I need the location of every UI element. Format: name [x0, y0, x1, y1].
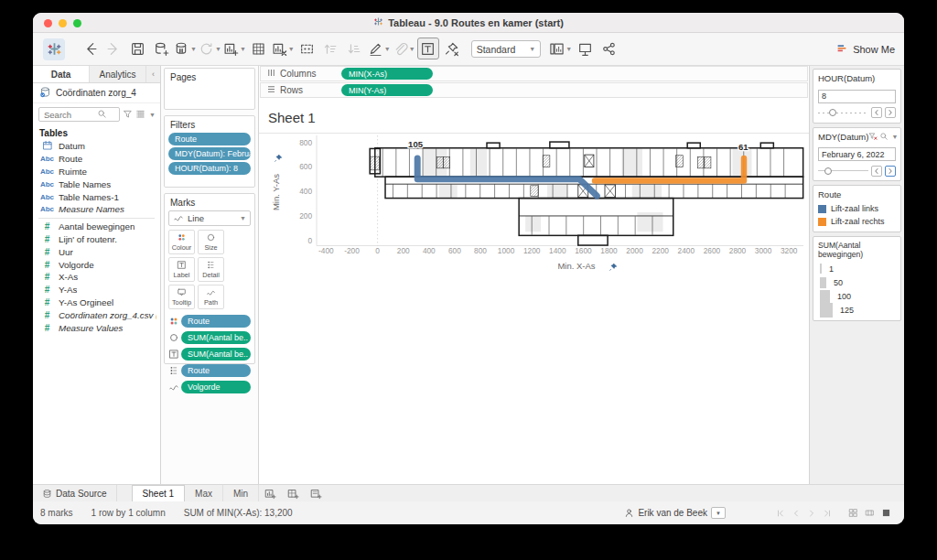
highlight-button[interactable]: ▼ [368, 38, 391, 59]
tableau-logo-button[interactable] [43, 38, 65, 60]
new-worksheet-button[interactable]: ▼ [223, 38, 246, 59]
redo-button[interactable] [102, 38, 124, 59]
zoom-window-button[interactable] [73, 19, 81, 27]
hour-slider[interactable] [818, 107, 868, 119]
sheet-tab-max[interactable]: Max [185, 485, 223, 501]
last-sheet-button[interactable] [823, 509, 832, 518]
data-source-tab[interactable]: Data Source [33, 485, 117, 501]
field-item[interactable]: AbcRoute [33, 153, 160, 166]
show-me-button[interactable]: Show Me [835, 42, 895, 57]
hour-prev-button[interactable] [871, 107, 882, 118]
tab-analytics[interactable]: Analytics [90, 66, 146, 82]
mark-pill[interactable]: Route [181, 315, 251, 328]
view-options-button[interactable] [135, 109, 145, 121]
size-legend-item[interactable]: 50 [818, 275, 896, 289]
pause-updates-button[interactable]: ▼ [174, 38, 197, 59]
size-legend-item[interactable]: 125 [818, 303, 896, 317]
field-item[interactable]: #Coördinaten zorg_4.csv (... [33, 308, 160, 321]
fix-axes-button[interactable] [441, 38, 463, 59]
mark-pill[interactable]: SUM(Aantal be.. [181, 348, 251, 361]
mark-pill[interactable]: Volgorde [181, 381, 251, 393]
fit-selector-button[interactable]: ▼ [549, 38, 572, 59]
new-story-tab-button[interactable] [305, 485, 328, 501]
collapse-pane-button[interactable]: ‹ [146, 66, 160, 82]
field-item[interactable]: #Aantal bewegingen [33, 221, 160, 233]
legend-item[interactable]: Lift-zaal links [818, 202, 896, 215]
filter-pill[interactable]: Route [168, 133, 251, 145]
field-item[interactable]: #Y-As Orgineel [33, 296, 160, 309]
clear-filter-icon[interactable] [868, 132, 878, 141]
chevron-down-icon[interactable]: ▼ [891, 134, 898, 140]
search-field[interactable] [44, 110, 97, 120]
field-item[interactable]: #Uur [33, 245, 160, 258]
search-input[interactable] [38, 107, 120, 122]
sheet-tab-min[interactable]: Min [223, 485, 259, 501]
legend-item[interactable]: Lift-zaal rechts [818, 215, 896, 228]
size-legend-item[interactable]: 1 [818, 262, 896, 275]
field-item[interactable]: #Volgorde [33, 258, 160, 271]
datasource-item[interactable]: Coördinaten zorg_4 [33, 83, 160, 103]
sheet-tab-sheet-1[interactable]: Sheet 1 [132, 485, 185, 501]
share-button[interactable] [598, 38, 619, 59]
previous-sheet-button[interactable] [792, 509, 801, 518]
hour-slider-handle[interactable] [829, 109, 836, 116]
group-members-button[interactable] [296, 38, 318, 59]
show-filmstrip-button[interactable] [865, 508, 875, 518]
columns-pill[interactable]: MIN(X-As) [341, 68, 433, 80]
field-item[interactable]: #Y-As [33, 284, 160, 296]
next-sheet-button[interactable] [807, 509, 816, 518]
floorplan-chart[interactable]: -400-20002004006008001000120014001600180… [259, 134, 809, 285]
show-sheet-button[interactable] [881, 508, 891, 518]
detail-mark-button[interactable]: Detail [198, 257, 224, 282]
format-button[interactable]: ▼ [393, 38, 415, 59]
filter-fields-button[interactable] [123, 109, 133, 121]
colour-mark-button[interactable]: Colour [168, 230, 195, 254]
filter-pill[interactable]: HOUR(Datum): 8 [168, 162, 251, 175]
field-item[interactable]: AbcTable Names-1 [33, 190, 160, 203]
run-updates-button[interactable]: ▼ [199, 38, 221, 59]
mark-pill[interactable]: SUM(Aantal be.. [181, 331, 251, 344]
clear-sheet-button[interactable]: ▼ [272, 38, 295, 59]
field-item[interactable]: #X-As [33, 271, 160, 284]
close-window-button[interactable] [44, 19, 52, 27]
tab-data[interactable]: Data [33, 66, 90, 82]
mark-pill[interactable]: Route [181, 364, 251, 377]
pin-icon[interactable] [609, 264, 617, 271]
date-slider[interactable] [818, 165, 868, 177]
search-icon[interactable] [879, 132, 889, 141]
show-tabs-button[interactable] [848, 508, 858, 518]
field-item[interactable]: AbcMeasure Names [33, 203, 160, 216]
new-worksheet-tab-button[interactable] [259, 485, 282, 501]
date-prev-button[interactable] [871, 166, 882, 177]
field-item[interactable]: AbcRuimte [33, 166, 160, 178]
undo-button[interactable] [79, 38, 101, 59]
first-sheet-button[interactable] [776, 509, 785, 518]
minimize-window-button[interactable] [59, 19, 67, 27]
user-menu[interactable]: Erik van de Beek ▼ [624, 507, 726, 519]
size-mark-button[interactable]: Size [198, 230, 224, 254]
show-mark-labels-button[interactable] [417, 38, 439, 59]
path-mark-button[interactable]: Path [198, 285, 224, 309]
new-dashboard-tab-button[interactable] [282, 485, 305, 501]
date-slider-handle[interactable] [824, 167, 832, 175]
tooltip-mark-button[interactable]: Tooltip [168, 285, 195, 309]
hour-value-input[interactable] [818, 90, 896, 103]
presentation-mode-button[interactable] [574, 38, 596, 59]
rows-pill[interactable]: MIN(Y-As) [341, 84, 433, 96]
hour-next-button[interactable] [885, 107, 896, 118]
sort-descending-button[interactable] [344, 38, 366, 59]
label-mark-button[interactable]: Label [168, 257, 195, 282]
date-value-input[interactable] [818, 147, 896, 161]
rows-shelf[interactable]: Rows MIN(Y-As) [260, 82, 808, 98]
date-next-button[interactable] [885, 166, 896, 177]
sort-ascending-button[interactable] [320, 38, 342, 59]
mark-type-select[interactable]: Line ▼ [168, 210, 251, 226]
field-item[interactable]: #Lijn' of routenr. [33, 233, 160, 246]
size-legend-item[interactable]: 100 [818, 289, 896, 303]
field-item[interactable]: Datum [33, 140, 160, 153]
fit-mode-select[interactable]: Standard ▼ [471, 40, 542, 58]
user-dropdown-button[interactable]: ▼ [711, 507, 726, 519]
pin-icon[interactable] [275, 155, 282, 162]
field-item[interactable]: AbcTable Names [33, 178, 160, 190]
field-item[interactable]: #Measure Values [33, 321, 160, 334]
